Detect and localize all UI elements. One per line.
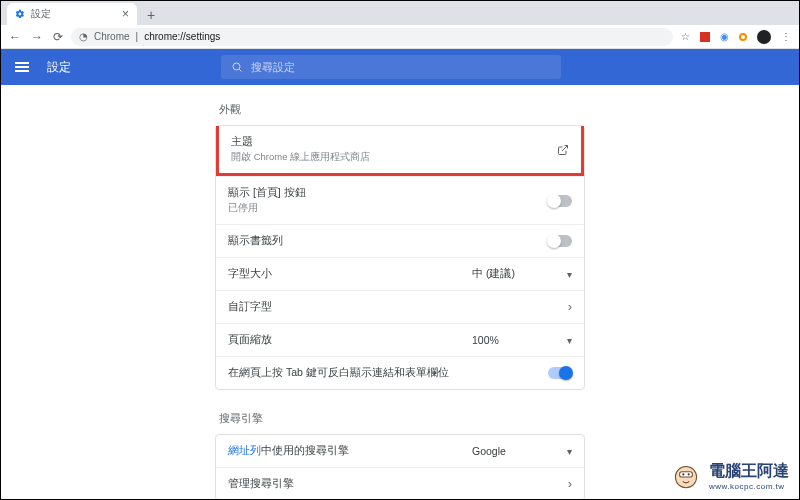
- tab-highlight-label: 在網頁上按 Tab 鍵可反白顯示連結和表單欄位: [228, 366, 449, 380]
- gear-icon: [15, 9, 25, 19]
- forward-button[interactable]: →: [31, 30, 43, 44]
- ext-icon-1[interactable]: [700, 32, 710, 42]
- theme-label: 主題: [231, 135, 370, 149]
- watermark-site: www.kocpc.com.tw: [709, 482, 789, 491]
- appearance-card: 主題 開啟 Chrome 線上應用程式商店 顯示 [首頁] 按鈕 已停用 顯示書…: [215, 125, 585, 390]
- external-link-icon: [557, 144, 569, 156]
- back-button[interactable]: ←: [9, 30, 21, 44]
- svg-point-6: [688, 473, 690, 475]
- browser-tab-settings[interactable]: 設定 ×: [7, 3, 137, 25]
- chevron-down-icon: ▾: [567, 335, 572, 346]
- svg-line-1: [239, 69, 241, 71]
- url-input[interactable]: ◔ Chrome | chrome://settings: [71, 28, 673, 46]
- addressbar-search-row: 網址列中使用的搜尋引擎 Google ▾: [216, 435, 584, 467]
- font-size-label: 字型大小: [228, 267, 272, 281]
- search-engine-dropdown[interactable]: Google ▾: [472, 445, 572, 457]
- font-size-dropdown[interactable]: 中 (建議) ▾: [472, 267, 572, 281]
- star-icon[interactable]: ☆: [681, 31, 690, 42]
- menu-icon[interactable]: ⋮: [781, 31, 791, 42]
- page-zoom-dropdown[interactable]: 100% ▾: [472, 334, 572, 346]
- tab-highlight-row: 在網頁上按 Tab 鍵可反白顯示連結和表單欄位: [216, 356, 584, 389]
- address-bar: ← → ⟳ ◔ Chrome | chrome://settings ☆ ◉ ⋮: [1, 25, 799, 49]
- theme-row[interactable]: 主題 開啟 Chrome 線上應用程式商店: [216, 126, 584, 176]
- avatar[interactable]: [757, 30, 771, 44]
- watermark: 電腦王阿達 www.kocpc.com.tw: [669, 459, 789, 493]
- search-input-wrap[interactable]: [221, 55, 561, 79]
- tab-highlight-toggle[interactable]: [548, 367, 572, 379]
- search-card: 網址列中使用的搜尋引擎 Google ▾ 管理搜尋引擎 ›: [215, 434, 585, 499]
- addressbar-link[interactable]: 網址列: [228, 444, 261, 456]
- svg-line-2: [562, 145, 568, 151]
- addressbar-suffix: 中使用的搜尋引擎: [261, 444, 349, 456]
- chevron-right-icon: ›: [568, 300, 572, 314]
- tab-title: 設定: [31, 7, 116, 21]
- home-button-row: 顯示 [首頁] 按鈕 已停用: [216, 176, 584, 224]
- hamburger-icon[interactable]: [15, 62, 33, 72]
- font-size-value: 中 (建議): [472, 267, 515, 281]
- chrome-icon: ◔: [79, 31, 88, 42]
- page-zoom-label: 頁面縮放: [228, 333, 272, 347]
- chevron-down-icon: ▾: [567, 446, 572, 457]
- home-button-toggle[interactable]: [548, 195, 572, 207]
- reload-button[interactable]: ⟳: [53, 30, 63, 44]
- manage-search-label: 管理搜尋引擎: [228, 477, 294, 491]
- watermark-name: 電腦王阿達: [709, 461, 789, 482]
- ext-icon-2[interactable]: ◉: [720, 31, 729, 42]
- tab-bar: 設定 × +: [1, 1, 799, 25]
- theme-sub: 開啟 Chrome 線上應用程式商店: [231, 151, 370, 164]
- svg-rect-4: [680, 472, 693, 477]
- settings-content: 外觀 主題 開啟 Chrome 線上應用程式商店 顯示 [首頁] 按鈕 已停用 …: [1, 85, 799, 499]
- svg-point-5: [682, 473, 684, 475]
- page-zoom-row: 頁面縮放 100% ▾: [216, 323, 584, 356]
- watermark-mascot-icon: [669, 459, 703, 493]
- custom-font-label: 自訂字型: [228, 300, 272, 314]
- font-size-row: 字型大小 中 (建議) ▾: [216, 257, 584, 290]
- new-tab-button[interactable]: +: [141, 5, 161, 25]
- chevron-down-icon: ▾: [567, 269, 572, 280]
- svg-point-0: [233, 63, 240, 70]
- settings-header: 設定: [1, 49, 799, 85]
- manage-search-row[interactable]: 管理搜尋引擎 ›: [216, 467, 584, 499]
- ext-icon-3[interactable]: [739, 33, 747, 41]
- url-path: chrome://settings: [144, 31, 220, 42]
- section-appearance-title: 外觀: [215, 95, 585, 125]
- chevron-right-icon: ›: [568, 477, 572, 491]
- search-icon: [231, 61, 243, 73]
- bookmarks-bar-label: 顯示書籤列: [228, 234, 283, 248]
- search-input[interactable]: [251, 61, 551, 73]
- page-zoom-value: 100%: [472, 334, 499, 346]
- url-separator: |: [136, 31, 139, 42]
- bookmarks-bar-toggle[interactable]: [548, 235, 572, 247]
- home-button-sub: 已停用: [228, 202, 306, 215]
- url-scheme: Chrome: [94, 31, 130, 42]
- custom-font-row[interactable]: 自訂字型 ›: [216, 290, 584, 323]
- close-icon[interactable]: ×: [122, 7, 129, 21]
- extension-icons: ☆ ◉ ⋮: [681, 30, 791, 44]
- search-engine-value: Google: [472, 445, 506, 457]
- section-search-title: 搜尋引擎: [215, 404, 585, 434]
- page-title: 設定: [47, 59, 71, 76]
- bookmarks-bar-row: 顯示書籤列: [216, 224, 584, 257]
- home-button-label: 顯示 [首頁] 按鈕: [228, 186, 306, 200]
